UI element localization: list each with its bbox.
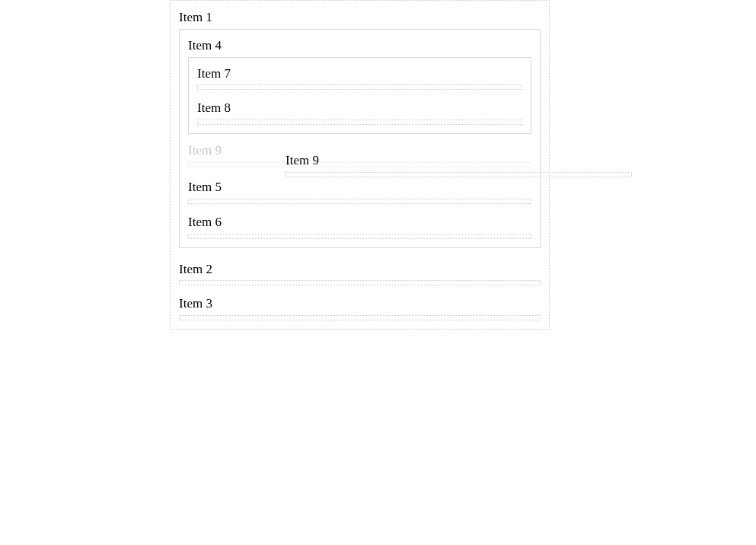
item-8-box [197, 120, 522, 125]
item-4-label: Item 4 [188, 37, 531, 55]
item-5-box [188, 199, 531, 204]
item-3-box [179, 315, 541, 320]
item-5-label: Item 5 [188, 178, 531, 196]
item-2-box [179, 280, 541, 285]
nested-container-level-2: Item 7 Item 8 [188, 57, 531, 135]
item-8-label: Item 8 [197, 99, 522, 117]
overlay-item-9: Item 9 [285, 151, 632, 177]
item-1-label: Item 1 [179, 8, 541, 27]
item-2-label: Item 2 [179, 260, 541, 279]
item-6-label: Item 6 [188, 213, 531, 231]
item-9-overlay-box [285, 172, 632, 177]
item-3-label: Item 3 [179, 295, 541, 313]
item-9-overlay-label: Item 9 [285, 151, 632, 170]
nested-container-level-1: Item 4 Item 7 Item 8 Item 9 Item 5 Item … [179, 29, 541, 248]
item-6-box [188, 234, 531, 239]
item-7-box [197, 84, 522, 90]
item-7-label: Item 7 [197, 65, 522, 83]
